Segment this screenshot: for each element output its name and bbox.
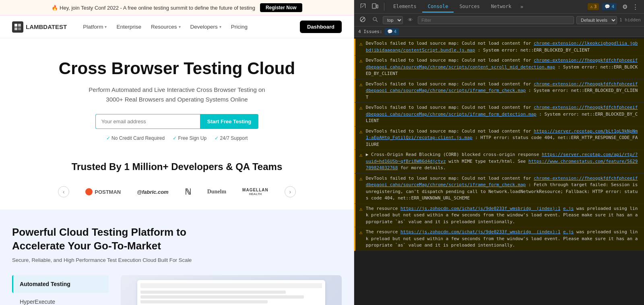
nav-resources[interactable]: Resources ▾ [151, 24, 181, 30]
platform-subtitle: Secure, Reliable, and High Performance T… [12, 257, 342, 263]
nav-pricing[interactable]: Pricing [231, 24, 248, 30]
issues-text: 4 Issues: [358, 29, 382, 34]
chevron-down-icon: ▾ [219, 25, 221, 29]
warn-icon: ⚠ [359, 129, 363, 135]
warn-icon: ⚠ [359, 176, 363, 182]
toggle-filter-button[interactable] [370, 16, 380, 25]
issues-bar: 4 Issues: 💬 4 [354, 27, 644, 37]
devtools-topbar: Elements Console Sources Network » ⚠ 3 💬… [354, 0, 644, 14]
svg-rect-5 [377, 5, 378, 8]
warn-icon: ⚠ [359, 41, 363, 47]
sidebar-item-hyperexecute[interactable]: HyperExecute [12, 293, 109, 305]
feature-free-signup: Free Sign Up [173, 135, 206, 141]
console-message-9: ⚠ The resource https://js.zohocdn.com/ic… [354, 227, 644, 251]
tab-console[interactable]: Console [422, 1, 454, 12]
register-button[interactable]: Register Now [260, 3, 302, 12]
nav-developers[interactable]: Developers ▾ [190, 24, 221, 30]
nav-enterprise[interactable]: Enterprise [116, 24, 141, 30]
console-messages[interactable]: ⚠ DevTools failed to load source map: Co… [354, 37, 644, 305]
zoho-link-2b[interactable]: e.js [563, 229, 574, 234]
chevron-down-icon: ▾ [105, 25, 107, 29]
warn-icon: ⚠ [359, 152, 363, 158]
info-icon: 💬 [605, 4, 610, 9]
svg-rect-2 [14, 27, 17, 30]
warn-icon: ⚠ [359, 58, 363, 64]
dunelm-logo: Dunelm [207, 189, 226, 195]
svg-rect-1 [18, 24, 21, 27]
platform-heading: Powerful Cloud Testing Platform to Accel… [12, 226, 193, 253]
signup-form: Start Free Testing [12, 114, 342, 129]
hero-title: Cross Browser Testing Cloud [12, 58, 342, 79]
svg-line-8 [361, 18, 364, 21]
tab-sources[interactable]: Sources [454, 1, 485, 12]
eye-icon-button[interactable]: 👁 [405, 16, 415, 24]
email-input[interactable] [95, 114, 200, 129]
website-panel: 🔥 Hey, join Testy Conf 2022 - A free onl… [0, 0, 354, 305]
platform-content: Automated Testing HyperExecute Live Test… [12, 275, 342, 305]
warn-icon: ⚠ [359, 81, 363, 87]
console-message-4: ⚠ DevTools failed to load source map: Co… [354, 103, 644, 127]
next-logo-button[interactable]: › [285, 186, 296, 197]
svg-point-6 [374, 8, 374, 8]
warn-icon: ⚠ [590, 4, 593, 9]
svg-rect-0 [14, 24, 17, 27]
nav-platform[interactable]: Platform ▾ [83, 24, 107, 30]
prev-logo-button[interactable]: ‹ [58, 186, 69, 197]
platform-preview-image [121, 275, 342, 305]
platform-section: Powerful Cloud Testing Platform to Accel… [0, 210, 354, 305]
zoho-link-2[interactable]: https://js.zohocdn.com/ichat/js/9de0233f… [400, 229, 560, 234]
console-message-2: ⚠ DevTools failed to load source map: Co… [354, 56, 644, 79]
svg-line-10 [376, 20, 378, 22]
fabric-logo: @fabric.com [137, 189, 168, 195]
trust-logos: ‹ POSTMAN @fabric.com ℕ Dunelm MAGELLAN … [12, 182, 342, 201]
console-message-3: ⚠ DevTools failed to load source map: Co… [354, 79, 644, 103]
devtools-settings-button[interactable]: ⚙ [620, 2, 630, 12]
n-logo: ℕ [185, 187, 191, 197]
tab-elements[interactable]: Elements [388, 1, 422, 12]
info-badge: 💬 4 [602, 3, 617, 10]
main-nav: LAMBDATEST Platform ▾ Enterprise Resourc… [0, 16, 354, 38]
banner-text: 🔥 Hey, join Testy Conf 2022 - A free onl… [52, 5, 255, 11]
magellan-logo: MAGELLAN HEALTH [242, 188, 268, 196]
feature-no-card: No Credit Card Required [106, 135, 165, 141]
zoho-link-1[interactable]: https://js.zohocdn.com/ichat/js/9de0233f… [400, 206, 560, 211]
console-message-7: ⚠ DevTools failed to load source map: Co… [354, 174, 644, 204]
hero-section: Cross Browser Testing Cloud Perform Auto… [0, 38, 354, 153]
filter-input[interactable] [418, 16, 574, 24]
logo-icon [12, 21, 23, 33]
warn-icon: ⚠ [359, 229, 363, 235]
start-testing-button[interactable]: Start Free Testing [200, 114, 259, 129]
zoho-link-1b[interactable]: e.js [563, 206, 574, 211]
top-banner: 🔥 Hey, join Testy Conf 2022 - A free onl… [0, 0, 354, 16]
trust-heading: Trusted By 1 Million+ Developers & QA Te… [12, 161, 342, 172]
context-selector[interactable]: top [383, 16, 403, 24]
warn-icon: ⚠ [359, 206, 363, 212]
devtools-device-button[interactable] [369, 1, 381, 12]
issues-chat-icon: 💬 [387, 29, 393, 34]
close-banner-button[interactable]: × [290, 4, 294, 11]
logo[interactable]: LAMBDATEST [12, 21, 67, 33]
tab-network[interactable]: Network [485, 1, 517, 12]
warn-badge: ⚠ 3 [588, 3, 599, 10]
hero-features: No Credit Card Required Free Sign Up 24/… [12, 135, 342, 141]
platform-sidebar: Automated Testing HyperExecute Live Test… [12, 275, 109, 305]
warn-icon: ⚠ [359, 105, 363, 111]
trust-section: Trusted By 1 Million+ Developers & QA Te… [0, 153, 354, 210]
console-message-8: ⚠ The resource https://js.zohocdn.com/ic… [354, 204, 644, 228]
svg-point-9 [373, 17, 376, 21]
hidden-count: 1 hidden [619, 17, 641, 23]
devtools-inspect-button[interactable] [357, 1, 369, 12]
more-tabs-button[interactable]: » [517, 2, 527, 11]
dashboard-button[interactable]: Dashboard [300, 21, 342, 33]
postman-circle-icon [85, 188, 93, 195]
hero-subtitle: Perform Automated and Live Interactive C… [12, 85, 342, 104]
log-levels-selector[interactable]: Default levels [576, 16, 617, 24]
console-toolbar: top 👁 Default levels 1 hidden [354, 14, 644, 27]
console-message-6: ⚠ ▶ Cross-Origin Read Blocking (CORB) bl… [354, 150, 644, 174]
sidebar-item-automated[interactable]: Automated Testing [12, 275, 109, 293]
devtools-more-button[interactable]: ⋮ [630, 2, 641, 12]
clear-console-button[interactable] [357, 15, 368, 25]
devtools-panel: Elements Console Sources Network » ⚠ 3 💬… [354, 0, 644, 305]
feature-support: 24/7 Support [215, 135, 248, 141]
issues-badge: 💬 4 [385, 28, 399, 35]
